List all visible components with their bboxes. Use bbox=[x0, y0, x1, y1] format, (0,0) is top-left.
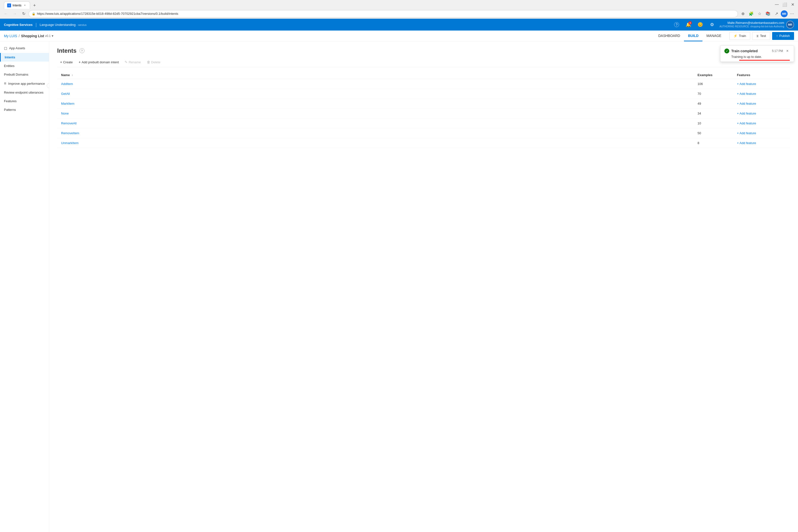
create-button[interactable]: + Create bbox=[57, 59, 76, 65]
tab-close-button[interactable]: × bbox=[23, 3, 27, 7]
user-email: Malte.Reimann@studentambassadors.com bbox=[719, 21, 784, 25]
back-button[interactable]: ← bbox=[2, 10, 10, 18]
add-feature-button[interactable]: + Add feature bbox=[737, 131, 756, 135]
intent-name-cell: AddItem bbox=[61, 82, 698, 86]
tab-build[interactable]: BUILD bbox=[684, 31, 702, 41]
app-assets-icon: ◻ bbox=[4, 46, 7, 51]
examples-cell: 50 bbox=[698, 131, 737, 135]
sidebar-item-label: Features bbox=[4, 99, 17, 103]
features-cell: + Add feature bbox=[737, 102, 786, 106]
delete-button[interactable]: 🗑 Delete bbox=[144, 59, 164, 65]
sidebar-item-review-endpoint[interactable]: Review endpoint utterances bbox=[0, 88, 49, 97]
breadcrumb-chevron[interactable]: ▾ bbox=[52, 34, 53, 38]
help-button[interactable]: ? bbox=[672, 20, 681, 29]
toast-time: 5:17 PM bbox=[772, 49, 783, 53]
sidebar-item-patterns[interactable]: Patterns bbox=[0, 106, 49, 114]
settings-button[interactable]: ⚙ bbox=[708, 20, 717, 29]
intent-link-none[interactable]: None bbox=[61, 112, 69, 115]
zoom-button[interactable]: ⊕ bbox=[739, 10, 747, 18]
help-icon: ? bbox=[674, 22, 679, 27]
notification-badge: 5 bbox=[688, 21, 692, 25]
add-feature-button[interactable]: + Add feature bbox=[737, 92, 756, 96]
add-feature-button[interactable]: + Add feature bbox=[737, 121, 756, 125]
features-cell: + Add feature bbox=[737, 121, 786, 125]
tab-title: Intents bbox=[13, 4, 21, 7]
toast-success-icon: ✓ bbox=[724, 49, 729, 54]
sidebar-item-app-assets[interactable]: ◻ App Assets bbox=[0, 43, 49, 53]
sidebar-item-entities[interactable]: Entities bbox=[0, 61, 49, 70]
settings-icon: ⚙ bbox=[710, 22, 714, 27]
tab-manage[interactable]: MANAGE bbox=[702, 31, 725, 41]
improve-app-icon: ≡ bbox=[4, 81, 6, 86]
intents-table: Name ↑ Examples Features AddItem 106 + A… bbox=[57, 71, 790, 148]
maximize-button[interactable]: ⬜ bbox=[781, 1, 788, 8]
main-content: Intents ? + Create + Add prebuilt domain… bbox=[49, 41, 798, 532]
sidebar-item-intents[interactable]: Intents bbox=[0, 53, 49, 61]
test-icon: ⧖ bbox=[756, 34, 759, 38]
lock-icon: 🔒 bbox=[32, 12, 36, 16]
examples-cell: 106 bbox=[698, 82, 737, 86]
rename-icon: ✎ bbox=[125, 60, 128, 64]
test-button[interactable]: ⧖ Test bbox=[752, 32, 770, 40]
forward-button[interactable]: → bbox=[11, 10, 19, 18]
refresh-button[interactable]: ↻ bbox=[20, 10, 27, 18]
address-bar[interactable]: 🔒 https://www.luis.ai/applications/17283… bbox=[28, 10, 738, 18]
browser-profile-avatar[interactable]: MR bbox=[781, 10, 788, 17]
table-row: RemoveAll 10 + Add feature bbox=[57, 118, 790, 128]
collections-button[interactable]: 📚 bbox=[764, 10, 772, 18]
add-feature-button[interactable]: + Add feature bbox=[737, 141, 756, 145]
intent-name-cell: UnmarkItem bbox=[61, 141, 698, 145]
browser-tabs: I Intents × + bbox=[4, 0, 38, 9]
table-row: UnmarkItem 8 + Add feature bbox=[57, 138, 790, 148]
share-button[interactable]: ↗ bbox=[773, 10, 780, 18]
sort-icon: ↑ bbox=[72, 74, 73, 77]
column-examples: Examples bbox=[698, 73, 737, 77]
sidebar-item-label: Entities bbox=[4, 64, 15, 68]
user-profile[interactable]: Malte.Reimann@studentambassadors.com AUT… bbox=[719, 21, 794, 28]
features-cell: + Add feature bbox=[737, 141, 786, 145]
toast-notification: ✓ Train completed 5:17 PM × Training is … bbox=[720, 45, 794, 62]
breadcrumb: My LUIS / Shopping List v0.1 ▾ bbox=[4, 34, 654, 38]
examples-cell: 49 bbox=[698, 102, 737, 106]
notification-button[interactable]: 🔔 5 bbox=[684, 20, 693, 29]
sidebar-item-improve-app[interactable]: ≡ Improve app performance bbox=[0, 79, 49, 88]
intent-link-getall[interactable]: GetAll bbox=[61, 92, 70, 96]
intent-link-markitem[interactable]: MarkItem bbox=[61, 102, 74, 106]
intent-link-removeall[interactable]: RemoveAll bbox=[61, 121, 77, 125]
page-title: Intents bbox=[57, 47, 77, 54]
create-icon: + bbox=[60, 60, 62, 64]
browser-chrome: I Intents × + — ⬜ ✕ ← → ↻ 🔒 https://www.… bbox=[0, 0, 798, 19]
bookmark-button[interactable]: ☆ bbox=[756, 10, 763, 18]
add-feature-button[interactable]: + Add feature bbox=[737, 102, 756, 106]
add-prebuilt-button[interactable]: + Add prebuilt domain intent bbox=[76, 59, 122, 65]
emoji-button[interactable]: 😊 bbox=[696, 20, 705, 29]
toast-title: Train completed bbox=[731, 49, 758, 53]
tab-dashboard[interactable]: DASHBOARD bbox=[654, 31, 684, 41]
minimize-button[interactable]: — bbox=[773, 1, 780, 8]
browser-tab-intents[interactable]: I Intents × bbox=[4, 1, 30, 9]
tab-favicon: I bbox=[7, 3, 11, 7]
train-button[interactable]: ⚡ Train bbox=[729, 32, 750, 40]
toast-close-button[interactable]: × bbox=[785, 49, 790, 54]
publish-button[interactable]: ↑ Publish bbox=[772, 32, 794, 40]
toast-title-row: ✓ Train completed bbox=[724, 49, 758, 54]
page-header: Intents ? bbox=[57, 47, 790, 54]
intent-link-unmarkitem[interactable]: UnmarkItem bbox=[61, 141, 79, 145]
browser-titlebar: I Intents × + — ⬜ ✕ bbox=[0, 0, 798, 9]
intent-link-removeitem[interactable]: RemoveItem bbox=[61, 131, 79, 135]
sidebar-item-prebuilt-domains[interactable]: Prebuilt Domains bbox=[0, 70, 49, 79]
close-button[interactable]: ✕ bbox=[789, 1, 796, 8]
more-button[interactable]: ⋯ bbox=[788, 10, 796, 18]
extensions-button[interactable]: 🧩 bbox=[747, 10, 755, 18]
add-feature-button[interactable]: + Add feature bbox=[737, 112, 756, 115]
app-body: ‹ ◻ App Assets Intents Entities Prebuilt… bbox=[0, 41, 798, 532]
rename-button[interactable]: ✎ Rename bbox=[122, 59, 144, 65]
new-tab-button[interactable]: + bbox=[31, 2, 38, 9]
add-feature-button[interactable]: + Add feature bbox=[737, 82, 756, 86]
sidebar-item-features[interactable]: Features bbox=[0, 97, 49, 106]
breadcrumb-my-luis[interactable]: My LUIS bbox=[4, 34, 17, 38]
intent-link-additem[interactable]: AddItem bbox=[61, 82, 73, 86]
toast-message-container: Training is up to date. bbox=[724, 55, 790, 59]
page-help-icon[interactable]: ? bbox=[79, 48, 84, 53]
breadcrumb-version: v0.1 bbox=[45, 34, 51, 38]
